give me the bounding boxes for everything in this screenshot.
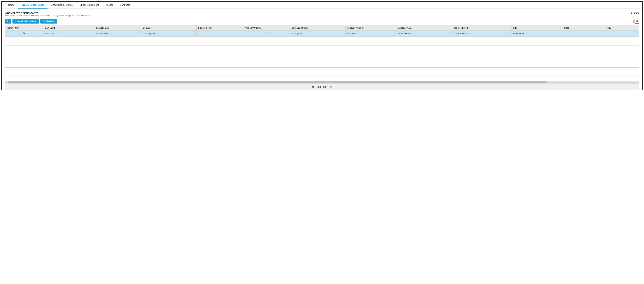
scrollbar-thumb[interactable] [8,81,547,83]
remove-cart-button[interactable]: ✕ [7,32,42,35]
section-title: INCOMPLETE REPAIR CARTS [5,12,90,14]
table-wrapper: Remove Cart Cart Number Creation Date Co… [5,25,639,81]
horizontal-scrollbar[interactable] [5,81,639,84]
empty-row [5,72,639,77]
col-header-city: City [511,26,562,31]
table-header-row: Remove Cart Cart Number Creation Date Co… [5,26,639,31]
toolbar: 🔍 NEW REPAIR ORDER NEED HELP ||| ↺ [5,19,639,24]
col-header-address-line-1: Address Line 1 [452,26,512,31]
col-header-remove-cart: Remove Cart [5,26,44,31]
new-repair-order-button[interactable]: NEW REPAIR ORDER [12,19,39,24]
col-header-bulk-load-status: Bulk Load Status [290,26,346,31]
search-button[interactable]: 🔍 [5,19,11,24]
nav-tab-assets[interactable]: Assets [102,2,116,9]
col-header-creation-date: Creation Date [94,26,141,31]
cart-number-link[interactable]: 1-2DK02K7Z [45,32,57,35]
status-badge: In Progress [292,32,302,35]
refresh-button[interactable]: ↺ [634,19,639,24]
last-page-button[interactable]: ⏭ [330,85,333,89]
empty-row [5,50,639,54]
province-cell [605,31,639,37]
account-name-cell: Zebra Internal [396,31,452,37]
bulk-load-status-cell: In Progress [290,31,346,37]
state-cell [562,31,605,37]
account-number-cell: 6088861 [345,31,396,37]
cart-number-cell: 1-2DK02K7Z [43,31,94,37]
nav-tab-contracts[interactable]: Contracts [116,2,133,9]
bars-icon: ||| [632,20,634,23]
prev-page-button[interactable]: ◀◀ [316,85,321,89]
creation-date-cell: 10-Nov-2023 [94,31,141,37]
nav-tab-home[interactable]: Home [5,2,18,9]
title-row: INCOMPLETE REPAIR CARTS Incomplete carts… [5,12,639,18]
empty-row [5,54,639,59]
col-header-province: Prov [605,26,639,31]
repair-carts-table: Remove Cart Cart Number Creation Date Co… [5,25,639,81]
col-header-cart-number: Cart Number [43,26,94,31]
section-subtitle: Incomplete carts that have not been subm… [5,14,90,17]
remove-cart-cell: ✕ [5,31,44,37]
pagination-info: 1 - 1 of 1 [631,12,639,14]
first-page-button[interactable]: ⏮ [311,85,314,89]
city-cell: Bourne End [511,31,562,37]
number-of-lines-cell: 0 [243,31,290,37]
col-header-account-number: Account Number [345,26,396,31]
table-row: ✕ 1-2DK02K7Z 10-Nov-2023 portalreg test … [5,31,639,37]
nav-bar: HomeCreate Repair OrderCheck Repair Stat… [2,2,642,9]
billable-order-cell [196,31,243,37]
toolbar-right: ||| ↺ [632,19,639,24]
col-header-state: State [562,26,605,31]
col-header-billable-order: Billable Order [196,26,243,31]
empty-row [5,37,639,41]
col-header-account-name: Account Name [396,26,452,31]
next-page-button[interactable]: ▶▶ [323,85,328,89]
col-header-number-of-lines: Number Of Lines [243,26,290,31]
col-header-contact: Contact [141,26,196,31]
empty-row [5,77,639,81]
contact-cell: portalreg test [141,31,196,37]
need-help-button[interactable]: NEED HELP [40,19,57,24]
empty-row [5,41,639,46]
nav-tab-check-entitlement[interactable]: Check Entitlement [76,2,102,9]
nav-tab-check-repair-status[interactable]: Check Repair Status [48,2,76,9]
empty-row [5,59,639,63]
nav-tab-create-repair-order[interactable]: Create Repair Order [18,2,48,9]
empty-row [5,63,639,68]
pagination-footer: ⏮ ◀◀ ▶▶ ⏭ [5,84,639,90]
empty-row [5,68,639,72]
empty-row [5,46,639,50]
address-line-1-cell: Dukes Meadow [452,31,512,37]
